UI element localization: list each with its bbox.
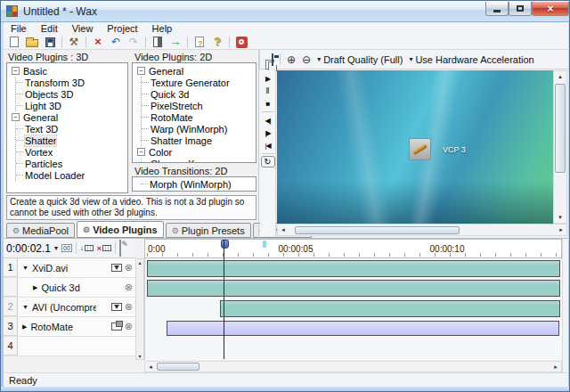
scrollbar-thumb[interactable] — [555, 84, 566, 173]
tree-item-texture-generator[interactable]: Texture Generator — [142, 77, 256, 88]
collapse-icon[interactable]: − — [137, 148, 145, 156]
scroll-right-icon[interactable]: ▸ — [556, 225, 566, 235]
stop-button[interactable]: ■ — [261, 97, 275, 110]
menu-project[interactable]: Project — [100, 23, 144, 34]
tree-group-basic[interactable]: − Basic — [12, 65, 127, 77]
remove-track-icon[interactable]: ⊗ — [125, 301, 133, 313]
timecode-dropdown-icon[interactable]: ▾ — [54, 244, 58, 252]
collapse-icon[interactable]: − — [12, 113, 20, 121]
tree-item-chroma-key[interactable]: Chroma Key — [142, 158, 256, 163]
edit-properties-icon[interactable]: ✎ — [119, 241, 121, 257]
minimize-button[interactable] — [485, 2, 509, 16]
go-to-start-button[interactable]: |◀ — [261, 139, 275, 151]
close-button[interactable]: × — [532, 2, 569, 16]
playhead-line[interactable] — [224, 240, 224, 359]
tree-group-general-3d[interactable]: − General — [12, 111, 127, 123]
scroll-left-icon[interactable]: ◂ — [145, 362, 156, 372]
tree-item-particles[interactable]: Particles — [16, 158, 127, 169]
menu-view[interactable]: View — [65, 23, 101, 34]
scroll-right-icon[interactable]: ▸ — [550, 362, 561, 372]
quality-dropdown[interactable]: ▾ Draft Quality (Full) — [317, 54, 403, 65]
pause-button[interactable]: Ⅱ — [261, 85, 275, 97]
track-expand-icon[interactable]: ▶ — [22, 323, 27, 331]
preview-window-icon[interactable] — [151, 36, 164, 48]
playhead-marker[interactable] — [221, 240, 229, 249]
tree-item-model-loader[interactable]: Model Loader — [16, 169, 127, 181]
tree-item-rotomate[interactable]: RotoMate — [142, 111, 256, 123]
loop-button[interactable]: ↻ — [261, 156, 275, 167]
tree-group-general-2d[interactable]: − General — [137, 65, 256, 77]
track-expand-icon[interactable]: ▼ — [22, 304, 28, 310]
new-project-icon[interactable] — [8, 36, 20, 48]
track-output-icon[interactable] — [111, 303, 122, 311]
preview-vertical-scrollbar[interactable]: ▴ ▾ — [553, 70, 567, 224]
tree-item-light-3d[interactable]: Light 3D — [16, 100, 127, 111]
tree-item-shatter[interactable]: Shatter — [16, 135, 127, 146]
track-row-4[interactable]: 4 — [4, 337, 135, 356]
delete-track-button[interactable]: × — [97, 244, 111, 253]
track-output-icon[interactable] — [111, 264, 122, 272]
scrollbar-thumb[interactable] — [157, 363, 200, 371]
tab-plugin-presets[interactable]: ⚙Plugin Presets — [166, 223, 251, 238]
tools-hammer-icon[interactable]: ⚒ — [68, 36, 80, 48]
render-go-icon[interactable]: → — [169, 36, 182, 48]
menu-file[interactable]: File — [4, 23, 34, 34]
track-expand-icon[interactable]: ▼ — [22, 265, 28, 271]
menu-edit[interactable]: Edit — [34, 23, 65, 34]
remove-effect-icon[interactable]: ⊗ — [125, 282, 133, 293]
remove-track-icon[interactable]: ⊗ — [125, 262, 133, 274]
maximize-button[interactable] — [509, 2, 532, 16]
track-expand-icon[interactable]: ▶ — [33, 284, 37, 291]
track-clip-icon[interactable] — [111, 323, 122, 331]
tree-group-color[interactable]: − Color — [137, 146, 256, 158]
timecode-display[interactable]: 0:00:02.1 — [6, 242, 51, 255]
tree-item-objects-3d[interactable]: Objects 3D — [16, 88, 127, 100]
save-frame-icon[interactable] — [272, 54, 273, 65]
tree-item-pixelstretch[interactable]: PixelStretch — [142, 100, 256, 111]
timeline-horizontal-scrollbar[interactable]: ◂ ▸ — [144, 361, 562, 372]
record-logo-icon[interactable] — [235, 36, 248, 48]
tree-item-warp-winmorph[interactable]: Warp (WinMorph) — [142, 123, 256, 135]
timecode-format-icon[interactable]: 00 — [61, 244, 72, 252]
context-help-icon[interactable]: ? — [193, 36, 206, 48]
timeline-right-scrollbar[interactable] — [562, 239, 568, 372]
track-row-1[interactable]: 1 ▼ XviD.avi ⊗ — [4, 258, 135, 278]
collapse-icon[interactable]: − — [12, 67, 20, 75]
remove-track-icon[interactable]: ⊗ — [125, 321, 133, 332]
clip-avi-uncompressed[interactable] — [220, 300, 560, 317]
clip-xvid-avi[interactable] — [147, 260, 560, 277]
track-row-2[interactable]: 2 ▼ AVI (Uncompress... ⊗ — [4, 298, 135, 317]
tree-item-transform-3d[interactable]: Transform 3D — [16, 77, 127, 88]
help-icon[interactable]: ? — [211, 36, 224, 48]
scroll-down-icon[interactable]: ▾ — [138, 353, 141, 359]
scroll-left-icon[interactable]: ◂ — [278, 225, 289, 235]
preview-horizontal-scrollbar[interactable]: ◂ ▸ — [277, 224, 567, 236]
clip-rotomate[interactable] — [167, 321, 559, 336]
scroll-up-icon[interactable]: ▴ — [138, 259, 141, 265]
timeline-vertical-scrollbar[interactable]: ▴ ▾ — [135, 258, 144, 360]
hardware-accel-dropdown[interactable]: ▾ Use Hardware Acceleration — [409, 54, 533, 65]
timeline-ruler[interactable]: 0:00 00:00:05 00:00:10 — [144, 239, 562, 258]
add-track-button[interactable]: ↓ — [80, 244, 94, 252]
prev-frame-button[interactable]: ◀| — [261, 114, 275, 127]
list-item-morph-winmorph[interactable]: Morph (WinMorph) — [141, 178, 256, 190]
open-project-icon[interactable] — [26, 36, 38, 48]
clip-quick-3d-effect[interactable] — [147, 280, 560, 297]
tree-item-quick-3d[interactable]: Quick 3d — [142, 88, 256, 100]
menu-help[interactable]: Help — [145, 23, 180, 34]
save-project-icon[interactable] — [44, 36, 56, 48]
track-row-3[interactable]: 3 ▶ RotoMate ⊗ — [4, 317, 135, 337]
panel-splitter[interactable] — [258, 50, 259, 238]
zoom-in-icon[interactable]: ⊕ — [287, 53, 296, 66]
tab-video-plugins[interactable]: ⚙Video Plugins — [77, 221, 164, 238]
undo-icon[interactable]: ↶ — [110, 36, 122, 48]
next-frame-button[interactable]: |▶ — [261, 127, 275, 139]
tab-mediapool[interactable]: ⚙MediaPool — [6, 223, 75, 238]
scroll-down-icon[interactable]: ▾ — [558, 212, 562, 223]
scroll-up-icon[interactable]: ▴ — [558, 71, 562, 82]
tree-item-vortex[interactable]: Vortex — [16, 146, 127, 158]
zoom-out-icon[interactable]: ⊖ — [302, 53, 311, 66]
track-row-effect[interactable]: ▶ Quick 3d ⊗ — [4, 278, 135, 298]
collapse-icon[interactable]: − — [137, 67, 145, 75]
play-button[interactable]: ▶ — [261, 72, 275, 85]
